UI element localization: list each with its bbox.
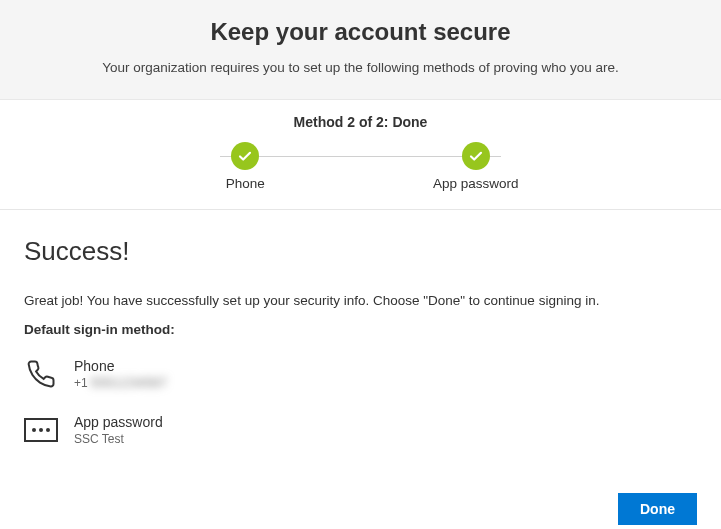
method-item-phone: Phone +1 5551234567 <box>24 357 697 391</box>
method-text-phone: Phone +1 5551234567 <box>74 358 168 390</box>
step-label-app-password: App password <box>433 176 519 191</box>
step-app-password: App password <box>361 142 592 191</box>
header-section: Keep your account secure Your organizati… <box>0 0 721 100</box>
content-section: Success! Great job! You have successfull… <box>0 210 721 485</box>
success-message: Great job! You have successfully set up … <box>24 293 697 308</box>
method-text-app-password: App password SSC Test <box>74 414 163 446</box>
check-icon <box>231 142 259 170</box>
method-step-label: Method 2 of 2: Done <box>40 114 681 130</box>
page-subtitle: Your organization requires you to set up… <box>20 60 701 75</box>
done-button[interactable]: Done <box>618 493 697 525</box>
success-heading: Success! <box>24 236 697 267</box>
step-phone: Phone <box>130 142 361 191</box>
page-title: Keep your account secure <box>20 18 701 46</box>
method-name-phone: Phone <box>74 358 168 374</box>
step-label-phone: Phone <box>226 176 265 191</box>
phone-icon <box>24 357 58 391</box>
method-detail-app-password: SSC Test <box>74 432 163 446</box>
progress-section: Method 2 of 2: Done Phone App password <box>0 100 721 210</box>
method-name-app-password: App password <box>74 414 163 430</box>
stepper: Phone App password <box>40 142 681 191</box>
footer-section: Done <box>0 485 721 529</box>
check-icon <box>462 142 490 170</box>
app-password-icon <box>24 413 58 447</box>
phone-number-masked: 5551234567 <box>91 376 168 390</box>
method-detail-phone: +1 5551234567 <box>74 376 168 390</box>
method-item-app-password: App password SSC Test <box>24 413 697 447</box>
phone-prefix: +1 <box>74 376 91 390</box>
default-signin-heading: Default sign-in method: <box>24 322 697 337</box>
